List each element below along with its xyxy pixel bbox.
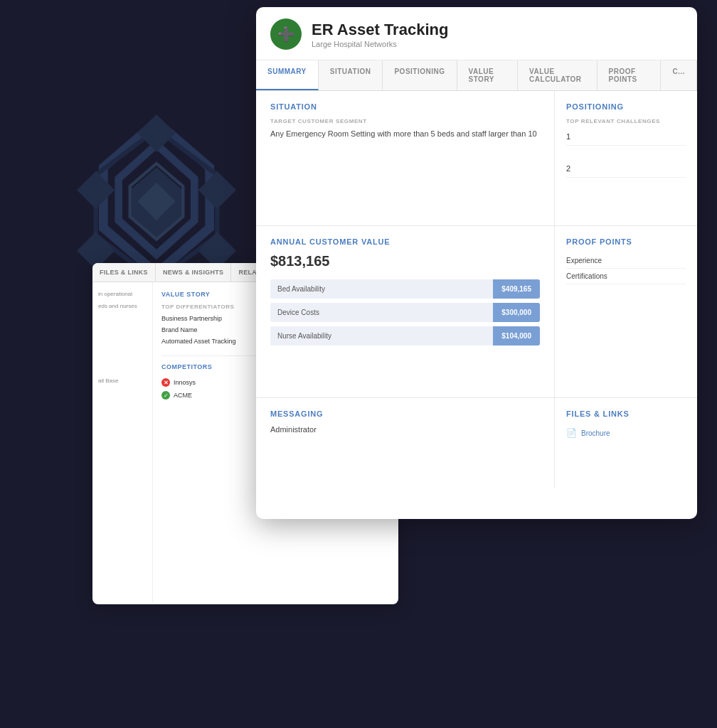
svg-marker-7 xyxy=(198,171,236,209)
back-left-text-1: in operational xyxy=(98,291,147,297)
bar-row-0: Bed Availability $409,165 xyxy=(270,279,540,299)
positioning-section: POSITIONING TOP RELEVANT CHALLENGES 1 2 xyxy=(555,91,697,226)
tab-summary[interactable]: SUMMARY xyxy=(256,60,319,90)
positioning-title: POSITIONING xyxy=(566,102,686,111)
proof-points-title: PROOF POINTS xyxy=(566,237,686,246)
file-item-0[interactable]: 📄 Brochure xyxy=(566,425,686,441)
competitor-status-red: ✕ xyxy=(161,378,170,387)
competitor-name-1: ACME xyxy=(174,392,192,399)
svg-marker-6 xyxy=(137,114,175,152)
back-left-text-2: eds and nurses xyxy=(98,303,147,309)
situation-text: Any Emergency Room Setting with more tha… xyxy=(270,128,540,140)
tab-positioning[interactable]: POSITIONING xyxy=(383,60,457,90)
annual-value-section: ANNUAL CUSTOMER VALUE $813,165 Bed Avail… xyxy=(256,226,555,398)
app-title: ER Asset Tracking xyxy=(312,21,448,39)
competitor-name-0: Innosys xyxy=(174,379,196,386)
messaging-title: MESSAGING xyxy=(270,410,540,418)
back-tab-news[interactable]: NEWS & INSIGHTS xyxy=(156,263,232,282)
tab-more[interactable]: C... xyxy=(661,60,697,90)
svg-marker-11 xyxy=(77,171,115,209)
tab-situation[interactable]: SITUATION xyxy=(319,60,383,90)
situation-section: SITUATION TARGET CUSTOMER SEGMENT Any Em… xyxy=(256,91,555,226)
app-icon: ➕ xyxy=(270,18,302,50)
bar-value-2: $104,000 xyxy=(493,326,540,346)
app-subtitle: Large Hospital Networks xyxy=(312,40,448,48)
back-left-text-3: all Base xyxy=(98,378,147,384)
tab-value-calculator[interactable]: VALUE CALCULATOR xyxy=(518,60,597,90)
positioning-sub: TOP RELEVANT CHALLENGES xyxy=(566,118,686,124)
bar-label-2: Nurse Availability xyxy=(270,326,493,346)
messaging-section: MESSAGING Administrator xyxy=(256,398,555,488)
file-name-0: Brochure xyxy=(581,429,610,437)
proof-item-0: Experience xyxy=(566,253,686,269)
competitor-status-green: ✓ xyxy=(161,391,170,400)
panel-tabs: SUMMARY SITUATION POSITIONING VALUE STOR… xyxy=(256,60,697,91)
annual-value-title: ANNUAL CUSTOMER VALUE xyxy=(270,237,540,246)
tab-proof-points[interactable]: PROOF POINTS xyxy=(598,60,662,90)
file-icon: 📄 xyxy=(566,428,577,438)
panel-content: SITUATION TARGET CUSTOMER SEGMENT Any Em… xyxy=(256,91,697,519)
proof-item-1: Certifications xyxy=(566,269,686,284)
positioning-num-2: 2 xyxy=(566,160,686,178)
panel-header: ➕ ER Asset Tracking Large Hospital Netwo… xyxy=(256,7,697,60)
back-panel-left-col: in operational eds and nurses all Base xyxy=(92,282,153,602)
bar-row-2: Nurse Availability $104,000 xyxy=(270,326,540,346)
bar-value-0: $409,165 xyxy=(493,279,540,299)
bar-label-1: Device Costs xyxy=(270,303,493,322)
situation-sub: TARGET CUSTOMER SEGMENT xyxy=(270,118,540,124)
tab-value-story[interactable]: VALUE STORY xyxy=(457,60,519,90)
proof-points-section: PROOF POINTS Experience Certifications xyxy=(555,226,697,398)
annual-value-total: $813,165 xyxy=(270,253,540,269)
bar-row-1: Device Costs $300,000 xyxy=(270,303,540,322)
files-section: FILES & LINKS 📄 Brochure xyxy=(555,398,697,488)
back-tab-files[interactable]: FILES & LINKS xyxy=(92,263,156,282)
messaging-text: Administrator xyxy=(270,425,540,434)
bar-label-0: Bed Availability xyxy=(270,279,493,299)
bar-value-1: $300,000 xyxy=(493,303,540,322)
positioning-num-1: 1 xyxy=(566,128,686,146)
files-title: FILES & LINKS xyxy=(566,410,686,418)
app-icon-symbol: ➕ xyxy=(277,26,295,43)
main-panel: ➕ ER Asset Tracking Large Hospital Netwo… xyxy=(256,7,697,519)
situation-title: SITUATION xyxy=(270,102,540,111)
header-text: ER Asset Tracking Large Hospital Network… xyxy=(312,21,448,48)
